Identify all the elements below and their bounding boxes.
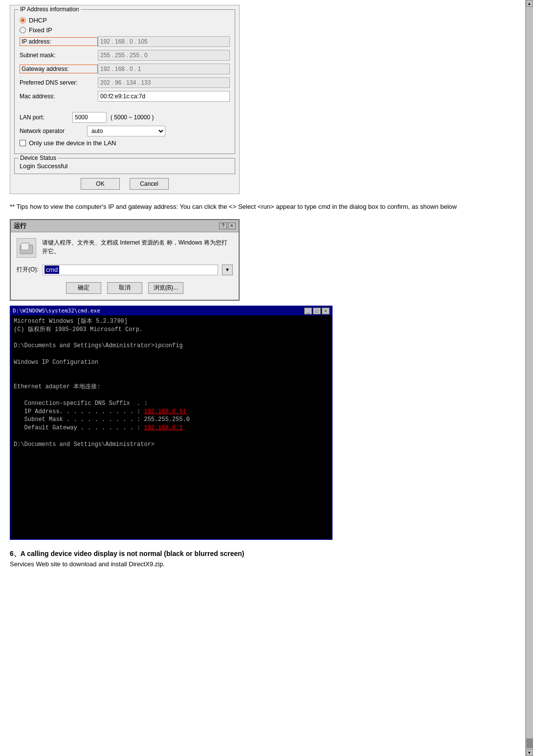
dns-label: Preferred DNS server: [20, 79, 98, 86]
svg-rect-2 [22, 244, 28, 249]
ip-address-input[interactable] [98, 36, 230, 47]
cmd-body: Microsoft Windows [版本 5.2.3790] (C) 版权所有… [11, 315, 332, 539]
subnet-mask-input[interactable] [98, 50, 230, 61]
scroll-down-arrow[interactable]: ▼ [526, 749, 533, 756]
cmd-window: D:\WINDOWS\system32\cmd.exe _ □ × Micros… [10, 306, 333, 540]
cmd-line-10: Connection-specific DNS Suffix . : [14, 400, 323, 408]
cmd-empty-space [14, 449, 323, 537]
dns-input[interactable] [98, 77, 230, 88]
cmd-title-text: D:\WINDOWS\system32\cmd.exe [13, 308, 100, 314]
cmd-gw-highlight: 192.168.0.1 [144, 424, 182, 431]
ip-address-row: IP address: [20, 36, 230, 47]
lan-port-row: LAN port: ( 5000 ~ 10000 ) [20, 112, 230, 123]
cmd-max-btn[interactable]: □ [313, 308, 321, 314]
gateway-input[interactable] [98, 64, 230, 74]
network-operator-select[interactable]: auto [87, 126, 165, 136]
fixed-ip-label: Fixed IP [29, 26, 52, 34]
cmd-min-btn[interactable]: _ [304, 308, 312, 314]
tips-text: ** Tips how to view the computer's IP an… [10, 202, 523, 212]
device-status-section: Device Status Login Successful [14, 158, 235, 174]
fixed-ip-radio[interactable] [20, 27, 26, 33]
run-open-label: 打开(O): [17, 266, 39, 274]
cmd-line-0: Microsoft Windows [版本 5.2.3790] [14, 317, 323, 326]
network-operator-row: Network operator auto [20, 126, 230, 136]
cmd-line-8: Ethernet adapter 本地连接: [14, 383, 323, 391]
scroll-thumb[interactable] [526, 738, 533, 748]
cmd-line-prompt: D:\Documents and Settings\Administrator> [14, 441, 323, 449]
subnet-mask-row: Subnet mask: [20, 50, 230, 61]
run-buttons-row: 确定 取消 浏览(B)... [17, 282, 233, 294]
dhcp-radio-row[interactable]: DHCP [20, 17, 230, 24]
cmd-line-7 [14, 375, 323, 383]
only-lan-row[interactable]: Only use the device in the LAN [20, 139, 230, 147]
only-lan-label: Only use the device in the LAN [29, 139, 116, 147]
ip-section: IP Address information DHCP Fixed IP IP … [14, 9, 235, 154]
device-status-section-label: Device Status [19, 155, 58, 161]
gateway-row: Gateway address: [20, 64, 230, 74]
cmd-line-1: (C) 版权所有 1985-2003 Microsoft Corp. [14, 326, 323, 334]
gateway-label: Gateway address: [20, 65, 98, 73]
cmd-line-9 [14, 391, 323, 400]
cmd-line-4 [14, 350, 323, 358]
run-body: 请键入程序、文件夹、文档或 Internet 资源的名 称，Windows 将为… [11, 232, 239, 300]
lan-port-input[interactable] [72, 112, 107, 123]
cmd-title-icons: _ □ × [304, 308, 330, 314]
cmd-close-btn[interactable]: × [322, 308, 330, 314]
cancel-button[interactable]: Cancel [130, 178, 169, 190]
cmd-line-gw: Default Gateway . . . . . . . . : 192.16… [14, 424, 323, 432]
run-dialog: 运行 ? × 请键入程序、文件夹、文档或 Internet 资源的名 称，Win… [10, 219, 240, 301]
run-description: 请键入程序、文件夹、文档或 Internet 资源的名 称，Windows 将为… [42, 238, 233, 256]
run-icon [17, 238, 36, 258]
run-close-btn[interactable]: × [228, 222, 236, 229]
ip-section-label: IP Address information [19, 6, 81, 13]
cmd-line-6 [14, 367, 323, 375]
run-title-text: 运行 [14, 222, 26, 230]
footer-body-text: Services Web site to download and instal… [10, 560, 523, 568]
run-ok-btn[interactable]: 确定 [66, 282, 101, 294]
mac-input[interactable] [98, 91, 230, 102]
dns-row: Preferred DNS server: [20, 77, 230, 88]
cmd-content: Microsoft Windows [版本 5.2.3790] (C) 版权所有… [11, 315, 332, 539]
run-browse-btn[interactable]: 浏览(B)... [148, 282, 183, 294]
fixed-ip-radio-row[interactable]: Fixed IP [20, 26, 230, 34]
dhcp-radio[interactable] [20, 17, 26, 23]
cmd-line-3: D:\Documents and Settings\Administrator>… [14, 342, 323, 350]
footer-heading: 6、A calling device video display is not … [10, 550, 523, 558]
lan-port-label: LAN port: [20, 114, 68, 121]
login-status-text: Login Successful [20, 162, 67, 170]
only-lan-checkbox[interactable] [20, 140, 26, 146]
cmd-line-5: Windows IP Configuration [14, 358, 323, 367]
subnet-mask-label: Subnet mask: [20, 52, 98, 59]
cmd-ip-highlight: 192.168.0.51 [144, 408, 186, 415]
dhcp-label: DHCP [29, 17, 47, 24]
cmd-line-2 [14, 334, 323, 342]
ok-button[interactable]: OK [81, 178, 120, 190]
run-title-icons: ? × [219, 222, 236, 229]
network-operator-label: Network operator [20, 128, 83, 134]
run-icon-row: 请键入程序、文件夹、文档或 Internet 资源的名 称，Windows 将为… [17, 238, 233, 258]
cmd-title-bar: D:\WINDOWS\system32\cmd.exe _ □ × [11, 307, 332, 315]
run-cmd-value: cmd [44, 266, 60, 274]
run-dropdown-btn[interactable]: ▼ [222, 265, 233, 275]
mac-row: Mac address: [20, 91, 230, 102]
cmd-scrollbar[interactable]: ▲ ▼ [525, 0, 533, 756]
cmd-line-mask: Subnet Mask . . . . . . . . . . : 255.25… [14, 416, 323, 424]
run-question-btn[interactable]: ? [219, 222, 227, 229]
dialog-button-row: OK Cancel [14, 178, 235, 190]
run-title-bar: 运行 ? × [11, 220, 239, 232]
ip-address-dialog: IP Address information DHCP Fixed IP IP … [10, 5, 240, 194]
run-open-row: 打开(O): cmd ▼ [17, 265, 233, 275]
ip-address-label: IP address: [20, 37, 98, 46]
lan-port-range: ( 5000 ~ 10000 ) [111, 114, 154, 121]
footer-section: 6、A calling device video display is not … [10, 550, 523, 568]
mac-label: Mac address: [20, 93, 98, 100]
run-cancel-btn[interactable]: 取消 [107, 282, 142, 294]
cmd-line-ip: IP Address. . . . . . . . . . . : 192.16… [14, 408, 323, 416]
cmd-line-blank2 [14, 432, 323, 441]
scroll-up-arrow[interactable]: ▲ [526, 0, 533, 7]
